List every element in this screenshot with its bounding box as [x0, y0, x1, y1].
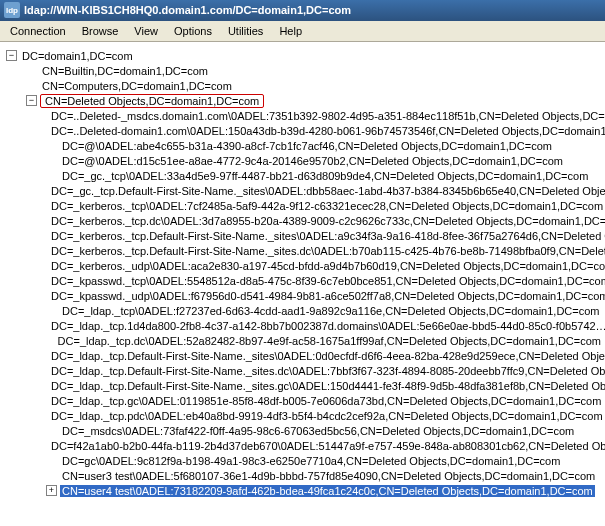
expander-none	[46, 470, 57, 481]
tree-item-label: DC=f42a1ab0-b2b0-44fa-b119-2b4d37deb670\…	[49, 440, 605, 452]
tree-item[interactable]: DC=_kpasswd._tcp\0ADEL:5548512a-d8a5-475…	[2, 273, 603, 288]
menu-options[interactable]: Options	[166, 23, 220, 39]
tree-item-label: DC=_ldap._tcp.1d4da800-2fb8-4c37-a142-8b…	[49, 320, 605, 332]
tree-item-label: DC=domain1,DC=com	[20, 50, 135, 62]
menu-browse[interactable]: Browse	[74, 23, 127, 39]
expander-none	[46, 305, 57, 316]
tree-item[interactable]: DC=_kerberos._tcp.dc\0ADEL:3d7a8955-b20a…	[2, 213, 603, 228]
tree-item-label: DC=_kerberos._tcp.dc\0ADEL:3d7a8955-b20a…	[49, 215, 605, 227]
tree-item-label: DC=_kpasswd._udp\0ADEL:f67956d0-d541-498…	[49, 290, 605, 302]
expander-minus-icon[interactable]: −	[26, 95, 37, 106]
tree-item[interactable]: DC=_kerberos._tcp\0ADEL:7cf2485a-5af9-44…	[2, 198, 603, 213]
tree-item[interactable]: CN=Builtin,DC=domain1,DC=com	[2, 63, 603, 78]
tree-item-label: DC=_ldap._tcp.Default-First-Site-Name._s…	[49, 350, 605, 362]
menu-utilities[interactable]: Utilities	[220, 23, 271, 39]
tree-item-label: DC=_kerberos._tcp.Default-First-Site-Nam…	[49, 230, 605, 242]
tree-item[interactable]: DC=@\0ADEL:d15c51ee-a8ae-4772-9c4a-20146…	[2, 153, 603, 168]
expander-none	[46, 170, 57, 181]
window-title: ldap://WIN-KIBS1CH8HQ0.domain1.com/DC=do…	[24, 4, 351, 16]
tree-item-label: DC=..Deleted-domain1.com\0ADEL:150a43db-…	[49, 125, 605, 137]
tree-item-label: DC=_ldap._tcp\0ADEL:f27237ed-6d63-4cdd-a…	[60, 305, 602, 317]
expander-none	[46, 425, 57, 436]
tree-item[interactable]: DC=_ldap._tcp.1d4da800-2fb8-4c37-a142-8b…	[2, 318, 603, 333]
menubar: Connection Browse View Options Utilities…	[0, 21, 605, 42]
tree-item-label: CN=user3 test\0ADEL:5f680107-36e1-4d9b-b…	[60, 470, 597, 482]
tree-item[interactable]: DC=_ldap._tcp.gc\0ADEL:0119851e-85f8-48d…	[2, 393, 603, 408]
tree-item[interactable]: DC=_ldap._tcp\0ADEL:f27237ed-6d63-4cdd-a…	[2, 303, 603, 318]
menu-connection[interactable]: Connection	[2, 23, 74, 39]
tree-item[interactable]: DC=_ldap._tcp.dc\0ADEL:52a82482-8b97-4e9…	[2, 333, 603, 348]
tree-item[interactable]: DC=_kerberos._tcp.Default-First-Site-Nam…	[2, 228, 603, 243]
tree-item-label: DC=_ldap._tcp.dc\0ADEL:52a82482-8b97-4e9…	[56, 335, 603, 347]
tree-item-label: DC=gc\0ADEL:9c812f9a-b198-49a1-98c3-e625…	[60, 455, 562, 467]
tree-item[interactable]: CN=user3 test\0ADEL:5f680107-36e1-4d9b-b…	[2, 468, 603, 483]
expander-none	[26, 65, 37, 76]
tree-item[interactable]: DC=_msdcs\0ADEL:73faf422-f0ff-4a95-98c6-…	[2, 423, 603, 438]
tree-item[interactable]: DC=gc\0ADEL:9c812f9a-b198-49a1-98c3-e625…	[2, 453, 603, 468]
tree-item-label: DC=_msdcs\0ADEL:73faf422-f0ff-4a95-98c6-…	[60, 425, 576, 437]
tree-item-label: DC=_kpasswd._tcp\0ADEL:5548512a-d8a5-475…	[49, 275, 605, 287]
tree-item-label: DC=_kerberos._tcp.Default-First-Site-Nam…	[49, 245, 605, 257]
tree-item-deleted-objects[interactable]: − CN=Deleted Objects,DC=domain1,DC=com	[2, 93, 603, 108]
tree-item[interactable]: DC=_ldap._tcp.Default-First-Site-Name._s…	[2, 378, 603, 393]
tree-item-label: DC=..Deleted-_msdcs.domain1.com\0ADEL:73…	[49, 110, 605, 122]
tree-item-root[interactable]: − DC=domain1,DC=com	[2, 48, 603, 63]
tree-item-label: DC=_ldap._tcp.gc\0ADEL:0119851e-85f8-48d…	[49, 395, 603, 407]
tree-item-label: CN=user4 test\0ADEL:73182209-9afd-462b-b…	[60, 485, 595, 497]
menu-help[interactable]: Help	[271, 23, 310, 39]
tree-item-label: DC=@\0ADEL:d15c51ee-a8ae-4772-9c4a-20146…	[60, 155, 565, 167]
expander-minus-icon[interactable]: −	[6, 50, 17, 61]
tree-item[interactable]: DC=_ldap._tcp.Default-First-Site-Name._s…	[2, 348, 603, 363]
tree-item[interactable]: DC=..Deleted-_msdcs.domain1.com\0ADEL:73…	[2, 108, 603, 123]
tree-item-label: DC=_kerberos._udp\0ADEL:aca2e830-a197-45…	[49, 260, 605, 272]
tree-item[interactable]: DC=_kpasswd._udp\0ADEL:f67956d0-d541-498…	[2, 288, 603, 303]
tree-item[interactable]: +CN=user4 test\0ADEL:73182209-9afd-462b-…	[2, 483, 603, 498]
ldap-app-icon: ldp	[4, 2, 20, 18]
tree-item-label: CN=Builtin,DC=domain1,DC=com	[40, 65, 210, 77]
expander-none	[46, 140, 57, 151]
tree-item-label: DC=_gc._tcp.Default-First-Site-Name._sit…	[49, 185, 605, 197]
tree-item-label: DC=_ldap._tcp.Default-First-Site-Name._s…	[49, 380, 605, 392]
menu-view[interactable]: View	[126, 23, 166, 39]
tree-item[interactable]: DC=_kerberos._udp\0ADEL:aca2e830-a197-45…	[2, 258, 603, 273]
expander-none	[46, 155, 57, 166]
tree-item-label: DC=_kerberos._tcp\0ADEL:7cf2485a-5af9-44…	[49, 200, 605, 212]
expander-plus-icon[interactable]: +	[46, 485, 57, 496]
tree-item-label: DC=_ldap._tcp.pdc\0ADEL:eb40a8bd-9919-4d…	[49, 410, 605, 422]
tree-item[interactable]: DC=..Deleted-domain1.com\0ADEL:150a43db-…	[2, 123, 603, 138]
tree-item[interactable]: DC=_ldap._tcp.Default-First-Site-Name._s…	[2, 363, 603, 378]
tree-item[interactable]: DC=_kerberos._tcp.Default-First-Site-Nam…	[2, 243, 603, 258]
window-titlebar: ldp ldap://WIN-KIBS1CH8HQ0.domain1.com/D…	[0, 0, 605, 21]
tree-pane: − DC=domain1,DC=com CN=Builtin,DC=domain…	[0, 42, 605, 502]
tree-item-label-highlighted: CN=Deleted Objects,DC=domain1,DC=com	[40, 94, 264, 108]
tree-item-label: CN=Computers,DC=domain1,DC=com	[40, 80, 234, 92]
tree-item[interactable]: DC=@\0ADEL:abe4c655-b31a-4390-a8cf-7cb1f…	[2, 138, 603, 153]
tree-item-label: DC=_gc._tcp\0ADEL:33a4d5e9-97ff-4487-bb2…	[60, 170, 590, 182]
tree-item[interactable]: DC=_ldap._tcp.pdc\0ADEL:eb40a8bd-9919-4d…	[2, 408, 603, 423]
tree-item-label: DC=@\0ADEL:abe4c655-b31a-4390-a8cf-7cb1f…	[60, 140, 554, 152]
tree-item[interactable]: DC=_gc._tcp.Default-First-Site-Name._sit…	[2, 183, 603, 198]
tree-item[interactable]: DC=_gc._tcp\0ADEL:33a4d5e9-97ff-4487-bb2…	[2, 168, 603, 183]
expander-none	[26, 80, 37, 91]
expander-none	[46, 335, 53, 346]
tree-item-label: DC=_ldap._tcp.Default-First-Site-Name._s…	[49, 365, 605, 377]
tree-item[interactable]: DC=f42a1ab0-b2b0-44fa-b119-2b4d37deb670\…	[2, 438, 603, 453]
tree-item[interactable]: CN=Computers,DC=domain1,DC=com	[2, 78, 603, 93]
expander-none	[46, 455, 57, 466]
